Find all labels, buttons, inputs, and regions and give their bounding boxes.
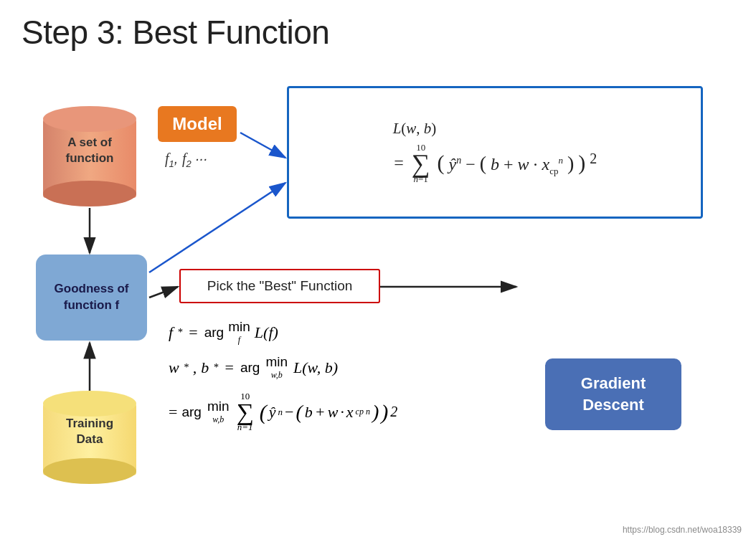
page-title: Step 3: Best Function [22, 13, 329, 52]
cylinder-bottom [43, 181, 136, 206]
goodness-label: Goodness of function f [55, 281, 129, 314]
set-of-function-cylinder: A set of function [43, 106, 136, 206]
formula-area: f* = arg min f L(f) w*, b* = arg min w,b… [169, 319, 549, 433]
train-cylinder-top [43, 391, 136, 417]
set-of-function-label: A set of function [43, 135, 136, 166]
watermark: https://blog.csdn.net/woa18339 [623, 525, 742, 535]
pick-label: Pick the "Best" Function [207, 278, 353, 294]
arrow-model-to-loss [240, 133, 285, 158]
pick-best-function-box: Pick the "Best" Function [179, 269, 380, 303]
loss-formula: L(w, b) = 10 ∑ n=1 ( ŷn − ( b + w · xcpn… [379, 113, 612, 193]
goodness-of-function-box: Goodness of function f [36, 255, 147, 341]
arrow-goodness-to-pick [149, 287, 178, 298]
train-cylinder-bottom [43, 458, 136, 484]
cylinder-top [43, 106, 136, 132]
model-box: Model [158, 106, 237, 142]
training-data-cylinder: Training Data [43, 391, 136, 484]
function-sequence: f1, f2 ··· [165, 151, 207, 169]
training-data-label: Training Data [43, 416, 136, 447]
arrow-goodness-to-loss [149, 183, 285, 272]
loss-function-box: L(w, b) = 10 ∑ n=1 ( ŷn − ( b + w · xcpn… [287, 86, 703, 219]
gradient-descent-label: Gradient Descent [581, 373, 646, 415]
model-label: Model [172, 114, 222, 134]
gradient-descent-box: Gradient Descent [545, 358, 681, 430]
